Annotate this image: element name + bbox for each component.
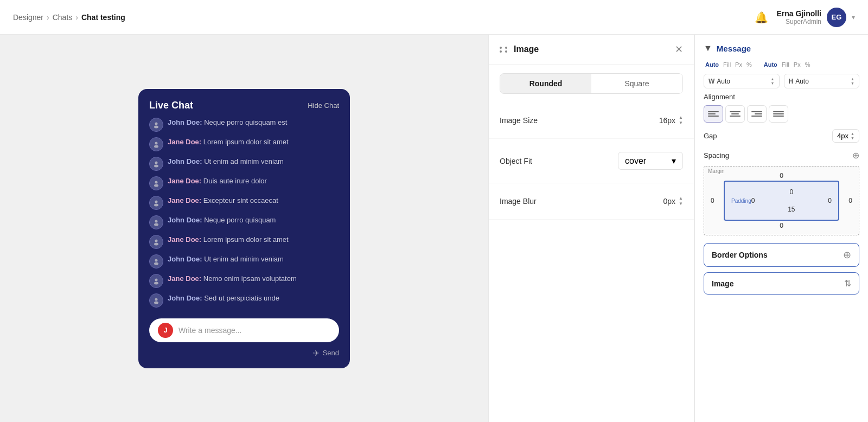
svg-point-14 — [155, 259, 158, 261]
svg-point-18 — [155, 298, 158, 300]
chat-widget-header: Live Chat Hide Chat — [149, 100, 339, 111]
align-left-icon — [708, 111, 719, 117]
app-header: Designer › Chats › Chat testing 🔔 Erna G… — [0, 0, 868, 35]
rounded-button[interactable]: Rounded — [500, 74, 591, 93]
spacing-expand-icon[interactable]: ⊕ — [852, 150, 859, 161]
image-panel-header: Image ✕ — [489, 35, 694, 65]
image-panel-title: Image — [514, 44, 539, 54]
width-tab-px[interactable]: Px — [733, 61, 744, 68]
image-size-label: Image Size — [500, 116, 538, 125]
send-button[interactable]: Send — [323, 349, 339, 357]
breadcrumb: Designer › Chats › Chat testing — [13, 13, 125, 22]
image-blur-spinner[interactable]: ▲ ▼ — [679, 196, 683, 206]
padding-left-value[interactable]: 0 — [751, 197, 755, 204]
gap-value[interactable]: 4px ▲ ▼ — [832, 129, 859, 143]
width-spinner[interactable]: ▲ ▼ — [771, 77, 775, 85]
width-up-icon[interactable]: ▲ — [771, 77, 775, 81]
svg-point-16 — [155, 278, 158, 281]
header-right: 🔔 Erna Gjinolli SuperAdmin EG ▾ — [755, 8, 855, 27]
padding-bottom-value[interactable]: 15 — [751, 206, 832, 213]
message-section-header: ▼ Message — [704, 43, 859, 53]
gap-down-icon[interactable]: ▼ — [851, 136, 854, 140]
margin-label: Margin — [708, 168, 725, 174]
dropdown-chevron-icon: ▾ — [672, 156, 676, 166]
notification-bell-icon[interactable]: 🔔 — [755, 11, 768, 24]
object-fit-value: cover — [625, 156, 646, 166]
width-down-icon[interactable]: ▼ — [771, 81, 775, 85]
image-size-spinner[interactable]: ▲ ▼ — [679, 116, 683, 125]
drag-handle-icon[interactable] — [500, 47, 508, 53]
height-input[interactable]: H Auto ▲ ▼ — [784, 74, 860, 88]
svg-point-7 — [154, 184, 158, 187]
spacing-label: Spacing — [704, 151, 729, 159]
image-panel: Image ✕ Rounded Square Image Size 16px ▲… — [488, 35, 694, 422]
chat-message: Jane Doe: Lorem ipsum dolor sit amet — [149, 137, 339, 151]
gap-up-icon[interactable]: ▲ — [851, 132, 854, 136]
message-content: Excepteur sint occaecat — [203, 196, 278, 204]
width-tab-auto[interactable]: Auto — [704, 61, 720, 68]
section-collapse-icon[interactable]: ▼ — [704, 43, 712, 53]
margin-bottom-value[interactable]: 0 — [709, 221, 854, 231]
close-button[interactable]: ✕ — [675, 43, 683, 55]
chevron-down-icon[interactable]: ▾ — [852, 14, 855, 21]
image-size-number: 16px — [659, 116, 675, 125]
height-up-icon[interactable]: ▲ — [851, 77, 854, 81]
send-icon: ✈ — [313, 349, 320, 357]
border-add-button[interactable]: ⊕ — [843, 249, 851, 261]
breadcrumb-chats[interactable]: Chats — [53, 13, 73, 22]
message-sender: Jane Doe: — [168, 196, 201, 204]
message-sender: John Doe: — [168, 118, 202, 126]
square-button[interactable]: Square — [591, 74, 682, 93]
height-tab-fill[interactable]: Fill — [780, 61, 791, 68]
height-tab-px[interactable]: Px — [792, 61, 802, 68]
message-sender: John Doe: — [168, 294, 202, 302]
message-text: John Doe: Ut enim ad minim veniam — [168, 157, 284, 167]
object-fit-section: Object Fit cover ▾ — [489, 139, 694, 183]
height-tab-percent[interactable]: % — [803, 61, 812, 68]
object-fit-dropdown[interactable]: cover ▾ — [618, 152, 683, 170]
message-content: Neque porro quisquam est — [204, 118, 287, 126]
image-settings-icon[interactable]: ⇅ — [844, 278, 851, 289]
gap-spinner[interactable]: ▲ ▼ — [851, 132, 854, 140]
width-input[interactable]: W Auto ▲ ▼ — [704, 74, 780, 88]
padding-box: Padding 0 0 0 15 — [724, 181, 839, 221]
message-content: Ut enim ad minim veniam — [204, 255, 284, 263]
margin-left-value[interactable]: 0 — [711, 197, 714, 204]
padding-right-value[interactable]: 0 — [828, 197, 832, 204]
hide-chat-button[interactable]: Hide Chat — [308, 101, 339, 110]
message-content: Sed ut perspiciatis unde — [204, 294, 279, 302]
message-sender: Jane Doe: — [168, 274, 201, 283]
message-section-title: Message — [717, 44, 751, 53]
object-fit-row: Object Fit cover ▾ — [500, 145, 683, 176]
breadcrumb-designer[interactable]: Designer — [13, 13, 43, 22]
width-tab-fill[interactable]: Fill — [722, 61, 732, 68]
svg-point-1 — [154, 125, 158, 128]
message-content: Ut enim ad minim veniam — [204, 157, 284, 165]
border-options-section: Border Options ⊕ — [704, 243, 859, 267]
chat-input-row: J Write a message... — [149, 318, 339, 342]
align-left-button[interactable] — [704, 105, 723, 123]
align-center-icon — [730, 111, 741, 117]
shape-toggle: Rounded Square — [500, 73, 683, 94]
avatar[interactable]: EG — [827, 8, 846, 27]
message-text: John Doe: Neque porro quisquam est — [168, 118, 287, 127]
height-value: Auto — [795, 78, 848, 85]
chat-message: Jane Doe: Excepteur sint occaecat — [149, 196, 339, 210]
message-text: Jane Doe: Duis aute irure dolor — [168, 176, 267, 186]
margin-right-value[interactable]: 0 — [848, 197, 852, 204]
height-tab-auto[interactable]: Auto — [762, 61, 779, 68]
chat-messages: John Doe: Neque porro quisquam est Jane … — [149, 118, 339, 308]
height-down-icon[interactable]: ▼ — [851, 81, 854, 85]
message-input-placeholder[interactable]: Write a message... — [178, 326, 330, 335]
width-tab-percent[interactable]: % — [745, 61, 754, 68]
margin-top-value[interactable]: 0 — [709, 171, 854, 181]
message-text: John Doe: Ut enim ad minim veniam — [168, 254, 284, 264]
align-center-button[interactable] — [725, 105, 745, 123]
message-avatar — [149, 157, 163, 171]
padding-top-value[interactable]: 0 — [751, 188, 832, 196]
align-right-button[interactable] — [747, 105, 767, 123]
height-spinner[interactable]: ▲ ▼ — [851, 77, 854, 85]
chat-message: John Doe: Ut enim ad minim veniam — [149, 254, 339, 268]
svg-point-2 — [155, 142, 158, 144]
align-justify-button[interactable] — [769, 105, 788, 123]
